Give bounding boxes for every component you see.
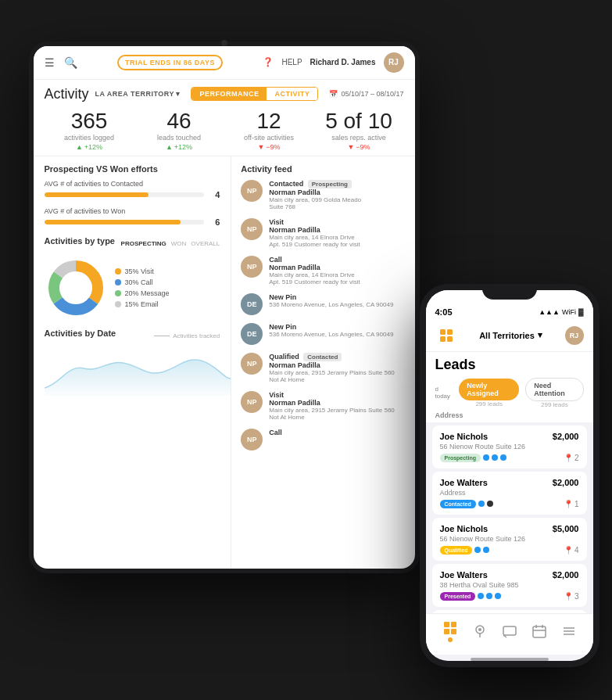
phone-nav: All Territories ▾ RJ	[426, 320, 593, 352]
prospect-value: 4	[209, 190, 220, 199]
feed-item: NP Contacted Prospecting Norman Padilla …	[241, 180, 405, 210]
feed-item: DE New Pin 536 Moreno Avenue, Los Angele…	[241, 323, 405, 345]
phone-nav-menu[interactable]	[561, 623, 577, 639]
map-pin-icon	[472, 623, 488, 639]
feed-address: Main city area, 2915 Jeramy Plains Suite…	[269, 407, 395, 414]
feed-avatar: DE	[241, 323, 263, 345]
legend-message: 20% Message	[115, 289, 170, 297]
legend-tab-prospecting[interactable]: PROSPECTING	[121, 240, 166, 247]
filter-newly-assigned[interactable]: Newly Assigned 299 leads	[459, 379, 519, 407]
legend-email: 15% Email	[115, 300, 170, 308]
dot	[474, 547, 481, 553]
feed-address: 536 Moreno Avenue, Los Angeles, CA 90049	[269, 331, 393, 338]
lead-icon: 📍 1	[564, 500, 579, 508]
phone-nav-map[interactable]	[472, 623, 488, 639]
lead-item-1[interactable]: Joe Walters $2,000 Address Contacted 📍 1	[432, 472, 587, 515]
stat-number: 5 of 10	[314, 110, 404, 132]
feed-name: Norman Padilla	[269, 188, 361, 196]
stat-change: ▲ +12%	[134, 143, 224, 151]
filter-btn-need-attention[interactable]: Need Attention	[525, 378, 583, 401]
stat-label: leads touched	[134, 134, 224, 142]
prospect-bar-bg	[45, 220, 205, 224]
feed-address: 536 Moreno Avenue, Los Angeles, CA 90049	[269, 301, 393, 308]
stats-row: 365 activities logged ▲ +12% 46 leads to…	[34, 106, 415, 156]
legend-tab-overall[interactable]: OVERALL	[191, 240, 220, 247]
hamburger-icon[interactable]: ☰	[45, 56, 55, 69]
lead-tag: Qualified	[440, 546, 473, 555]
feed-name: Norman Padilla	[269, 399, 395, 407]
phone-nav-home[interactable]	[442, 620, 458, 642]
tab-performance[interactable]: PERFORMANCE	[191, 88, 267, 100]
filter-btn-newly-assigned[interactable]: Newly Assigned	[459, 379, 519, 400]
prospect-bar-bg	[45, 192, 205, 197]
tablet-main: Prospecting VS Won efforts AVG # of acti…	[34, 156, 415, 569]
tab-activity[interactable]: ACTIVITY	[267, 88, 317, 100]
prospect-item-contacted: AVG # of activities to Contacted 4	[45, 180, 220, 199]
phone-nav-messages[interactable]	[502, 623, 517, 639]
phone-leads-list: Joe Nichols $2,000 56 Nienow Route Suite…	[426, 422, 593, 613]
trial-badge[interactable]: TRIAL ENDS IN 86 DAYS	[117, 55, 223, 70]
lead-icon: 📍 4	[564, 546, 579, 555]
prospect-bar-fill	[45, 220, 181, 224]
phone: 4:05 ▲▲▲ WiFi ▓ All	[420, 284, 599, 667]
activity-title-area: Activity LA AREA TERRITORY ▾	[45, 86, 181, 102]
phone-territory[interactable]: All Territories ▾	[479, 330, 542, 340]
battery-icon: ▓	[578, 308, 584, 316]
activity-bar: Activity LA AREA TERRITORY ▾ PERFORMANCE…	[34, 80, 415, 106]
feed-address: Main city area, 14 Elnora Drive	[269, 271, 360, 278]
lead-address: 38 Hertha Oval Suite 985	[440, 581, 579, 589]
prospect-value: 6	[209, 217, 220, 227]
feed-content: New Pin 536 Moreno Avenue, Los Angeles, …	[269, 323, 393, 338]
lead-item-2[interactable]: Joe Nichols $5,000 56 Nienow Route Suite…	[432, 518, 587, 561]
date-range: 📅 05/10/17 – 08/10/17	[329, 90, 403, 98]
stat-offsite: 12 off-site activities ▼ −9%	[224, 110, 314, 151]
svg-rect-9	[444, 622, 449, 627]
chevron-down-icon: ▾	[538, 330, 542, 340]
lead-tag: Contacted	[440, 500, 476, 508]
filter-need-attention[interactable]: Need Attention 299 leads	[525, 378, 583, 408]
phone-nav-calendar[interactable]	[531, 623, 547, 639]
feed-item: NP Qualified Contacted Norman Padilla Ma…	[241, 353, 405, 383]
filter-label: d today	[435, 386, 453, 400]
feed-action: Qualified Contacted	[269, 353, 395, 361]
phone-avatar[interactable]: RJ	[565, 326, 584, 345]
feed-avatar: DE	[241, 293, 263, 315]
feed-content: New Pin 536 Moreno Avenue, Los Angeles, …	[269, 293, 393, 308]
stat-number: 12	[224, 110, 314, 132]
feed-note: Suite 768	[269, 203, 361, 210]
lead-tags: Qualified	[440, 546, 490, 555]
arrow-down-icon: ▼	[257, 143, 264, 151]
phone-leads-header: Leads d today Newly Assigned 299 leads N…	[426, 352, 593, 422]
search-icon[interactable]: 🔍	[64, 56, 77, 69]
feed-address: Main city area, 14 Elnora Drive	[269, 234, 360, 241]
feed-action: New Pin	[269, 293, 393, 301]
signal-icon: ▲▲▲	[539, 308, 560, 316]
feed-avatar: NP	[241, 180, 263, 202]
lead-amount: $5,000	[553, 524, 579, 533]
tablet-header-left: ☰ 🔍	[45, 56, 77, 69]
legend-tab-won[interactable]: WON	[171, 240, 187, 247]
prospecting-title: Prospecting VS Won efforts	[45, 164, 220, 174]
phone-notch	[482, 284, 537, 300]
feed-badge: Contacted	[303, 353, 342, 361]
line-indicator	[154, 336, 170, 336]
stat-label: sales reps. active	[314, 134, 404, 142]
territory-badge[interactable]: LA AREA TERRITORY ▾	[95, 90, 181, 98]
home-app-icon[interactable]	[435, 325, 457, 346]
message-icon	[502, 623, 517, 639]
active-dot	[448, 637, 453, 642]
svg-rect-12	[451, 629, 456, 634]
dot	[500, 454, 506, 461]
lead-name: Joe Nichols	[440, 432, 489, 441]
feed-note: Apt. 519 Customer ready for visit	[269, 278, 360, 285]
help-icon: ❓	[263, 57, 274, 67]
lead-item-0[interactable]: Joe Nichols $2,000 56 Nienow Route Suite…	[432, 425, 587, 468]
phone-screen: 4:05 ▲▲▲ WiFi ▓ All	[426, 290, 593, 661]
feed-content: Qualified Contacted Norman Padilla Main …	[269, 353, 395, 383]
svg-rect-11	[444, 629, 449, 634]
address-column-header: Address	[435, 411, 584, 419]
lead-item-3[interactable]: Joe Walters $2,000 38 Hertha Oval Suite …	[432, 564, 587, 607]
feed-avatar: NP	[241, 429, 263, 451]
feed-action: Visit	[269, 218, 360, 226]
stat-number: 46	[134, 110, 224, 132]
